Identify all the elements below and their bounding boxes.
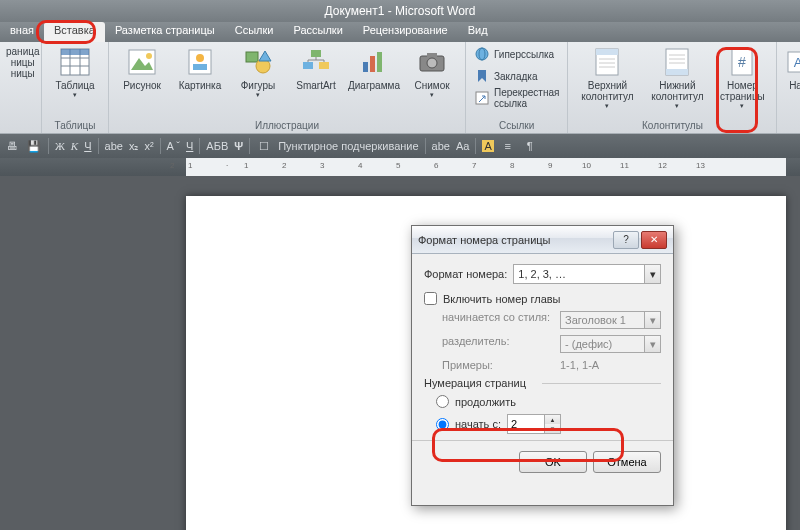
footer-button[interactable]: Нижний колонтитул▾ — [644, 44, 710, 110]
crossref-icon — [474, 90, 490, 106]
tab-review[interactable]: Рецензирование — [353, 22, 458, 42]
tab-home[interactable]: вная — [0, 22, 44, 42]
camera-icon — [415, 46, 449, 78]
title-bar: Документ1 - Microsoft Word — [0, 0, 800, 22]
picture-icon — [125, 46, 159, 78]
separator-combo: - (дефис)▾ — [560, 335, 661, 353]
quick-access-bar: 🖶 💾 Ж К Ч abex₂x² A ˇЧ АБВΨ ☐ Пунктирное… — [0, 134, 800, 158]
crossref-button[interactable]: Перекрестная ссылка — [472, 88, 561, 108]
align-icon[interactable]: ≡ — [500, 138, 516, 154]
dialog-titlebar[interactable]: Формат номера страницы ? ✕ — [412, 226, 673, 254]
tab-view[interactable]: Вид — [458, 22, 498, 42]
svg-rect-17 — [319, 62, 329, 69]
svg-rect-38 — [666, 69, 688, 75]
svg-point-10 — [196, 54, 204, 62]
start-at-input[interactable] — [508, 415, 544, 433]
table-icon — [58, 46, 92, 78]
chart-button[interactable]: Диаграмма — [347, 44, 401, 91]
group-illustrations-label: Иллюстрации — [115, 119, 459, 133]
page-number-format-dialog: Формат номера страницы ? ✕ Формат номера… — [411, 225, 674, 506]
spin-up-icon[interactable]: ▲ — [545, 415, 560, 424]
ruler[interactable]: 21·12345678910111213 — [0, 158, 800, 176]
svg-text:#: # — [739, 54, 747, 70]
hyperlink-icon — [474, 46, 490, 62]
svg-rect-5 — [61, 49, 89, 55]
tab-page-layout[interactable]: Разметка страницы — [105, 22, 225, 42]
clipart-icon — [183, 46, 217, 78]
tab-references[interactable]: Ссылки — [225, 22, 284, 42]
svg-rect-15 — [311, 50, 321, 57]
textbox-button[interactable]: AНад — [783, 44, 800, 91]
tab-insert[interactable]: Вставка — [44, 22, 105, 42]
shapes-icon — [241, 46, 275, 78]
svg-point-8 — [146, 53, 152, 59]
ok-button[interactable]: OK — [519, 451, 587, 473]
table-button[interactable]: Таблица▾ — [48, 44, 102, 99]
picture-button[interactable]: Рисунок — [115, 44, 169, 91]
continue-radio[interactable] — [436, 395, 449, 408]
page-number-icon: # — [725, 46, 759, 78]
checkbox-icon[interactable]: ☐ — [256, 138, 272, 154]
svg-rect-22 — [363, 62, 368, 72]
smartart-icon — [299, 46, 333, 78]
chart-icon — [357, 46, 391, 78]
footer-icon — [660, 46, 694, 78]
spin-down-icon[interactable]: ▼ — [545, 424, 560, 433]
header-icon — [590, 46, 624, 78]
svg-rect-27 — [427, 53, 437, 57]
bookmark-button[interactable]: Закладка — [472, 66, 561, 86]
pages-button[interactable]: раницаницыницы — [6, 44, 40, 79]
group-links-label: Ссылки — [472, 119, 561, 133]
svg-rect-11 — [193, 64, 207, 70]
svg-marker-30 — [478, 70, 486, 82]
help-button[interactable]: ? — [613, 231, 639, 249]
start-at-spinner[interactable]: ▲▼ — [507, 414, 561, 434]
header-button[interactable]: Верхний колонтитул▾ — [574, 44, 640, 110]
group-headerfooter-label: Колонтитулы — [574, 119, 770, 133]
svg-rect-12 — [246, 52, 258, 62]
screenshot-button[interactable]: Снимок▾ — [405, 44, 459, 99]
chevron-down-icon[interactable]: ▾ — [644, 265, 660, 283]
tab-mailings[interactable]: Рассылки — [283, 22, 352, 42]
start-at-radio[interactable] — [436, 418, 449, 431]
group-tables-label: Таблицы — [48, 119, 102, 133]
include-chapter-checkbox[interactable] — [424, 292, 437, 305]
group-label — [6, 130, 35, 133]
svg-rect-33 — [596, 49, 618, 55]
format-combo[interactable]: 1, 2, 3, …▾ — [513, 264, 661, 284]
underline-style[interactable]: Пунктирное подчеркивание — [278, 140, 418, 152]
svg-point-26 — [427, 58, 437, 68]
format-label: Формат номера: — [424, 268, 507, 280]
svg-rect-24 — [377, 52, 382, 72]
ribbon-tabs: вная Вставка Разметка страницы Ссылки Ра… — [0, 22, 800, 42]
smartart-button[interactable]: SmartArt — [289, 44, 343, 91]
document-area — [0, 176, 800, 530]
svg-rect-23 — [370, 56, 375, 72]
cancel-button[interactable]: Отмена — [593, 451, 661, 473]
svg-rect-16 — [303, 62, 313, 69]
dialog-title: Формат номера страницы — [418, 234, 611, 246]
include-chapter-label: Включить номер главы — [443, 293, 561, 305]
paragraph-icon[interactable]: ¶ — [522, 138, 538, 154]
clipart-button[interactable]: Картинка — [173, 44, 227, 91]
svg-marker-14 — [259, 51, 271, 61]
print-icon[interactable]: 🖶 — [4, 138, 20, 154]
bookmark-icon — [474, 68, 490, 84]
close-button[interactable]: ✕ — [641, 231, 667, 249]
svg-rect-31 — [476, 92, 488, 104]
save-icon[interactable]: 💾 — [26, 138, 42, 154]
svg-point-28 — [476, 48, 488, 60]
ribbon: раницаницыницы Таблица▾ Таблицы Рисунок … — [0, 42, 800, 134]
chapter-style-combo: Заголовок 1▾ — [560, 311, 661, 329]
page-number-button[interactable]: #Номер страницы▾ — [714, 44, 770, 110]
hyperlink-button[interactable]: Гиперссылка — [472, 44, 561, 64]
shapes-button[interactable]: Фигуры▾ — [231, 44, 285, 99]
numbering-header: Нумерация страниц — [424, 377, 661, 389]
textbox-icon: A — [781, 46, 800, 78]
window-title: Документ1 - Microsoft Word — [324, 4, 475, 18]
svg-text:A: A — [794, 55, 800, 70]
